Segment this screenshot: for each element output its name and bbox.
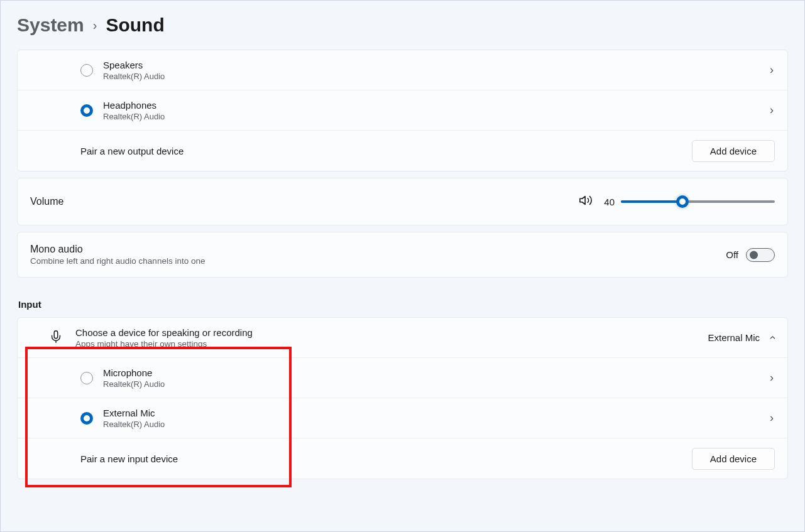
input-device-external-mic[interactable]: External Mic Realtek(R) Audio › xyxy=(18,398,787,438)
chevron-right-icon[interactable]: › xyxy=(769,411,775,425)
radio-unselected-icon[interactable] xyxy=(80,64,93,77)
microphone-icon xyxy=(49,330,63,346)
output-device-speakers[interactable]: Speakers Realtek(R) Audio › xyxy=(18,50,787,90)
device-provider: Realtek(R) Audio xyxy=(103,420,165,429)
input-summary-value: External Mic xyxy=(708,332,760,343)
mono-state-label: Off xyxy=(726,249,738,260)
chevron-right-icon[interactable]: › xyxy=(769,371,775,384)
chevron-right-icon[interactable]: › xyxy=(769,104,775,117)
input-devices-card: Choose a device for speaking or recordin… xyxy=(17,317,788,479)
mono-audio-card: Mono audio Combine left and right audio … xyxy=(17,232,788,278)
device-name: Headphones xyxy=(103,100,165,111)
slider-thumb[interactable] xyxy=(676,195,689,208)
mono-subtitle: Combine left and right audio channels in… xyxy=(30,256,205,266)
chevron-right-icon[interactable]: › xyxy=(769,63,775,77)
device-name: External Mic xyxy=(103,408,165,418)
mono-audio-row: Mono audio Combine left and right audio … xyxy=(18,232,787,277)
device-provider: Realtek(R) Audio xyxy=(103,72,165,81)
device-provider: Realtek(R) Audio xyxy=(103,379,165,389)
chevron-up-icon[interactable]: › xyxy=(765,335,779,341)
volume-value: 40 xyxy=(604,197,615,207)
volume-label: Volume xyxy=(30,196,63,207)
pair-output-label: Pair a new output device xyxy=(80,146,183,156)
pair-output-row: Pair a new output device Add device xyxy=(18,131,787,171)
choose-input-subtitle: Apps might have their own settings xyxy=(75,339,253,349)
output-device-headphones[interactable]: Headphones Realtek(R) Audio › xyxy=(18,90,787,131)
pair-input-label: Pair a new input device xyxy=(80,453,178,464)
choose-input-title: Choose a device for speaking or recordin… xyxy=(75,327,253,338)
radio-selected-icon[interactable] xyxy=(80,104,93,117)
breadcrumb-current: Sound xyxy=(106,14,164,36)
svg-marker-0 xyxy=(580,197,585,205)
volume-slider[interactable] xyxy=(621,200,775,203)
radio-selected-icon[interactable] xyxy=(80,412,93,425)
choose-input-header[interactable]: Choose a device for speaking or recordin… xyxy=(18,318,787,358)
input-device-microphone[interactable]: Microphone Realtek(R) Audio › xyxy=(18,358,787,398)
add-input-device-button[interactable]: Add device xyxy=(692,448,775,470)
chevron-right-icon: › xyxy=(93,18,97,33)
add-output-device-button[interactable]: Add device xyxy=(692,140,775,162)
volume-row: Volume 40 xyxy=(18,178,787,225)
device-provider: Realtek(R) Audio xyxy=(103,112,165,121)
speaker-icon[interactable] xyxy=(579,193,593,210)
input-section-title: Input xyxy=(18,299,788,310)
breadcrumb-parent[interactable]: System xyxy=(17,14,84,36)
volume-card: Volume 40 xyxy=(17,178,788,225)
radio-unselected-icon[interactable] xyxy=(80,372,93,384)
toggle-knob xyxy=(750,251,758,259)
output-devices-card: Speakers Realtek(R) Audio › Headphones R… xyxy=(17,50,788,171)
device-name: Speakers xyxy=(103,60,165,70)
mono-toggle[interactable] xyxy=(746,248,775,262)
mono-title: Mono audio xyxy=(30,244,205,255)
breadcrumb: System › Sound xyxy=(17,1,788,50)
device-name: Microphone xyxy=(103,367,165,378)
pair-input-row: Pair a new input device Add device xyxy=(18,438,787,479)
